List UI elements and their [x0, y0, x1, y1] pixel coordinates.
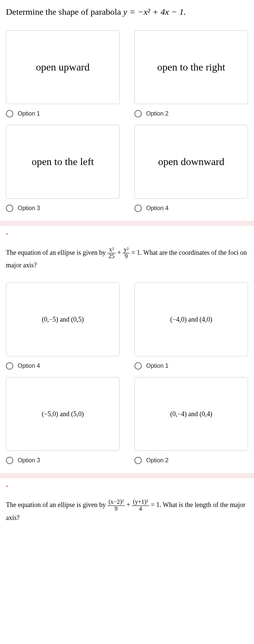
- q3-frac1: (x−2)² 9: [107, 499, 125, 513]
- q2-option-c: (−5,0) and (5,0) Option 3: [6, 377, 120, 464]
- q1-option-2: open to the right Option 2: [134, 30, 248, 117]
- question-2-prompt: The equation of an ellipse is given by x…: [6, 247, 248, 271]
- q2-radio-row-a[interactable]: Option 4: [6, 362, 120, 370]
- q1-label-3: Option 3: [18, 205, 40, 212]
- q1-card-2: open to the right: [134, 30, 248, 104]
- q2-radio-row-b[interactable]: Option 1: [134, 362, 248, 370]
- q1-card-4-text: open downward: [158, 156, 224, 168]
- radio-icon[interactable]: [134, 362, 142, 370]
- q2-option-a: (0,−5) and (0,5) Option 4: [6, 282, 120, 370]
- question-1: Determine the shape of parabola y = −x² …: [0, 0, 254, 221]
- q2-card-b-text: (−4,0) and (4,0): [170, 316, 212, 323]
- q3-plus: +: [126, 501, 132, 508]
- q2-label-d: Option 2: [146, 457, 168, 464]
- q1-option-4: open downward Option 4: [134, 125, 248, 212]
- radio-icon[interactable]: [134, 205, 142, 212]
- q2-radio-row-c[interactable]: Option 3: [6, 457, 120, 464]
- q3-frac1-num: (x−2)²: [107, 499, 125, 506]
- q2-frac2-num: y²: [123, 247, 130, 254]
- question-2: * The equation of an ellipse is given by…: [0, 226, 254, 473]
- radio-icon[interactable]: [6, 457, 13, 464]
- required-indicator: *: [6, 484, 248, 490]
- question-3-prompt: The equation of an ellipse is given by (…: [6, 499, 248, 523]
- q2-option-d: (0,−4) and (0,4) Option 2: [134, 377, 248, 464]
- q2-frac2-den: 9: [123, 253, 130, 260]
- q1-card-4: open downward: [134, 125, 248, 199]
- section-divider: [0, 473, 254, 478]
- q2-prefix: The equation of an ellipse is given by: [6, 249, 107, 256]
- q2-label-a: Option 4: [18, 363, 40, 369]
- radio-icon[interactable]: [134, 457, 142, 464]
- q3-prefix: The equation of an ellipse is given by: [6, 501, 107, 508]
- q2-card-c-text: (−5,0) and (5,0): [42, 410, 84, 418]
- q2-card-d-text: (0,−4) and (0,4): [170, 410, 212, 418]
- q1-options: open upward Option 1 open to the right O…: [6, 30, 248, 212]
- q1-label-1: Option 1: [18, 110, 40, 117]
- q2-label-b: Option 1: [146, 363, 168, 369]
- q1-option-3: open to the left Option 3: [6, 125, 120, 212]
- q1-card-3-text: open to the left: [32, 156, 94, 168]
- q2-card-d: (0,−4) and (0,4): [134, 377, 248, 451]
- q2-card-a: (0,−5) and (0,5): [6, 282, 120, 356]
- q1-card-1-text: open upward: [36, 61, 89, 73]
- question-1-prompt: Determine the shape of parabola y = −x² …: [6, 6, 248, 18]
- q2-frac1-num: x²: [107, 247, 116, 254]
- q1-radio-row-2[interactable]: Option 2: [134, 110, 248, 117]
- q2-label-c: Option 3: [18, 457, 40, 464]
- q1-radio-row-3[interactable]: Option 3: [6, 205, 120, 212]
- q2-card-a-text: (0,−5) and (0,5): [42, 316, 84, 323]
- radio-icon[interactable]: [6, 110, 13, 117]
- q2-plus: +: [117, 249, 123, 256]
- radio-icon[interactable]: [134, 110, 142, 117]
- q2-frac2: y² 9: [123, 247, 130, 260]
- q1-option-1: open upward Option 1: [6, 30, 120, 117]
- q3-frac1-den: 9: [107, 506, 125, 513]
- q1-label-4: Option 4: [146, 205, 168, 212]
- q1-radio-row-4[interactable]: Option 4: [134, 205, 248, 212]
- radio-icon[interactable]: [6, 362, 13, 370]
- q2-frac1-den: 25: [107, 253, 116, 260]
- q3-frac2-den: 4: [132, 506, 149, 513]
- q1-radio-row-1[interactable]: Option 1: [6, 110, 120, 117]
- q1-equation: y = −x² + 4x − 1.: [123, 7, 186, 17]
- q1-label-2: Option 2: [146, 110, 168, 117]
- q1-prefix: Determine the shape of parabola: [6, 7, 123, 17]
- q2-frac1: x² 25: [107, 247, 116, 260]
- radio-icon[interactable]: [6, 205, 13, 212]
- q2-options: (0,−5) and (0,5) Option 4 (−4,0) and (4,…: [6, 282, 248, 464]
- q2-card-c: (−5,0) and (5,0): [6, 377, 120, 451]
- q3-frac2: (y+1)² 4: [132, 499, 149, 513]
- q3-frac2-num: (y+1)²: [132, 499, 149, 506]
- q2-radio-row-d[interactable]: Option 2: [134, 457, 248, 464]
- q1-card-1: open upward: [6, 30, 120, 104]
- q2-card-b: (−4,0) and (4,0): [134, 282, 248, 356]
- required-indicator: *: [6, 232, 248, 238]
- q1-card-2-text: open to the right: [157, 61, 225, 73]
- question-3: * The equation of an ellipse is given by…: [0, 478, 254, 535]
- q2-option-b: (−4,0) and (4,0) Option 1: [134, 282, 248, 370]
- section-divider: [0, 221, 254, 226]
- q1-card-3: open to the left: [6, 125, 120, 199]
